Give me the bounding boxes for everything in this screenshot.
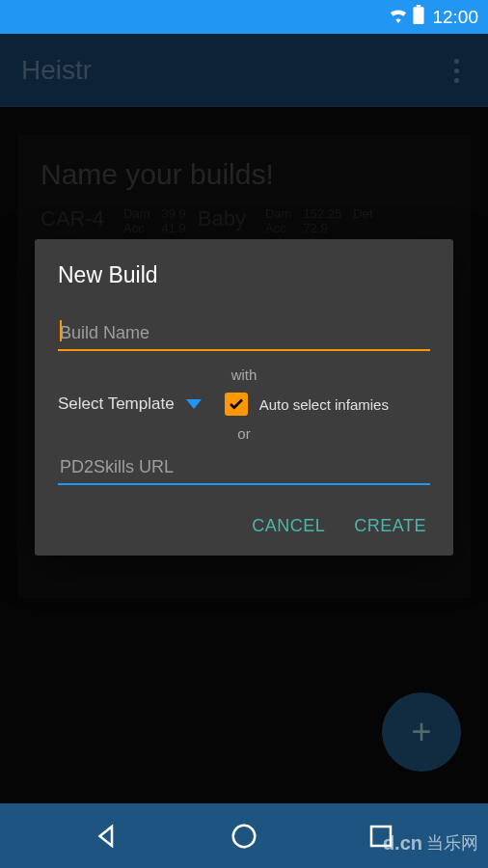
watermark-text: 当乐网 xyxy=(426,831,478,854)
pd2skills-url-input[interactable] xyxy=(58,451,430,485)
status-bar: 12:00 xyxy=(0,0,488,34)
or-label: or xyxy=(58,425,430,442)
wifi-icon xyxy=(388,6,409,28)
svg-rect-1 xyxy=(417,5,420,7)
svg-point-2 xyxy=(233,825,256,847)
nav-home-button[interactable] xyxy=(228,820,260,853)
fab-add-build[interactable]: + xyxy=(382,692,461,772)
build-name-input[interactable] xyxy=(58,317,430,351)
status-time: 12:00 xyxy=(432,7,478,28)
battery-icon xyxy=(413,5,424,29)
dialog-title: New Build xyxy=(58,262,430,288)
plus-icon: + xyxy=(411,712,431,752)
dropdown-arrow-icon[interactable] xyxy=(186,399,202,409)
svg-rect-0 xyxy=(414,7,424,24)
new-build-dialog: New Build with Select Template Auto sele… xyxy=(35,239,453,556)
template-select-label[interactable]: Select Template xyxy=(58,394,175,414)
nav-back-button[interactable] xyxy=(91,820,123,853)
with-label: with xyxy=(58,366,430,383)
text-cursor xyxy=(60,320,62,341)
watermark: d.cn 当乐网 xyxy=(383,831,478,854)
auto-infamies-label: Auto select infamies xyxy=(259,396,389,413)
auto-infamies-checkbox[interactable] xyxy=(225,393,248,416)
cancel-button[interactable]: CANCEL xyxy=(252,516,325,536)
watermark-logo: d.cn xyxy=(383,832,422,854)
create-button[interactable]: CREATE xyxy=(354,516,426,536)
